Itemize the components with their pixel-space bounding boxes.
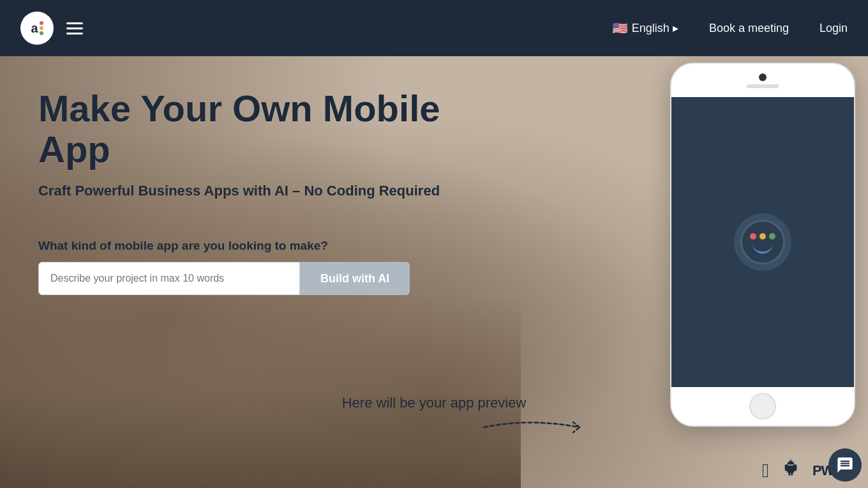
build-with-ai-button[interactable]: Build with AI (300, 262, 410, 295)
hero-subtitle: Craft Powerful Business Apps with AI – N… (38, 181, 447, 201)
book-meeting-link[interactable]: Book a meeting (709, 22, 789, 35)
hamburger-line (66, 33, 83, 34)
nav-left: a (20, 11, 83, 45)
phone-camera (759, 73, 767, 81)
form-label: What kind of mobile app are you looking … (38, 239, 447, 253)
surface-overlay (0, 294, 521, 488)
app-icon-dots (750, 233, 775, 240)
hamburger-icon[interactable] (66, 22, 83, 34)
phone-speaker (747, 84, 779, 88)
phone-mockup (670, 63, 855, 427)
hero-form: Build with AI (38, 262, 447, 295)
android-icon (782, 459, 800, 482)
chat-button[interactable] (828, 448, 862, 482)
logo-dots (40, 21, 43, 35)
app-icon-smile (752, 243, 773, 254)
hamburger-line (66, 27, 83, 29)
app-dot-red (750, 233, 756, 240)
hero-section: Make Your Own Mobile App Craft Powerful … (0, 56, 868, 488)
project-description-input[interactable] (38, 262, 300, 295)
logo-dot-yellow (40, 26, 43, 30)
logo[interactable]: a (20, 11, 54, 45)
app-dot-green (769, 233, 775, 240)
arrow-decoration (477, 415, 605, 440)
nav-right: 🇺🇸 English ▸ Book a meeting Login (612, 20, 848, 36)
app-icon-face (740, 220, 785, 264)
logo-dot-green (40, 31, 43, 35)
hero-title: Make Your Own Mobile App (38, 88, 447, 170)
phone-screen (671, 97, 854, 387)
logo-dot-red (40, 21, 43, 25)
dashed-arrow-svg (477, 415, 605, 440)
hamburger-line (66, 22, 83, 24)
phone-bottom-bar (671, 387, 854, 425)
flag-icon: 🇺🇸 (612, 20, 628, 36)
language-selector[interactable]: 🇺🇸 English ▸ (612, 20, 678, 36)
apple-icon:  (762, 460, 769, 482)
login-link[interactable]: Login (819, 22, 848, 35)
app-dot-yellow (760, 233, 766, 240)
chat-icon (836, 456, 854, 474)
navbar: a 🇺🇸 English ▸ Book a meeting Login (0, 0, 868, 56)
phone-top-bar (671, 64, 854, 97)
logo-text: a (31, 21, 43, 36)
language-label: English ▸ (632, 21, 678, 35)
hero-content: Make Your Own Mobile App Craft Powerful … (0, 88, 485, 295)
app-icon (734, 213, 791, 271)
app-preview-text: Here will be your app preview (342, 395, 527, 411)
phone-home-button (749, 393, 776, 420)
